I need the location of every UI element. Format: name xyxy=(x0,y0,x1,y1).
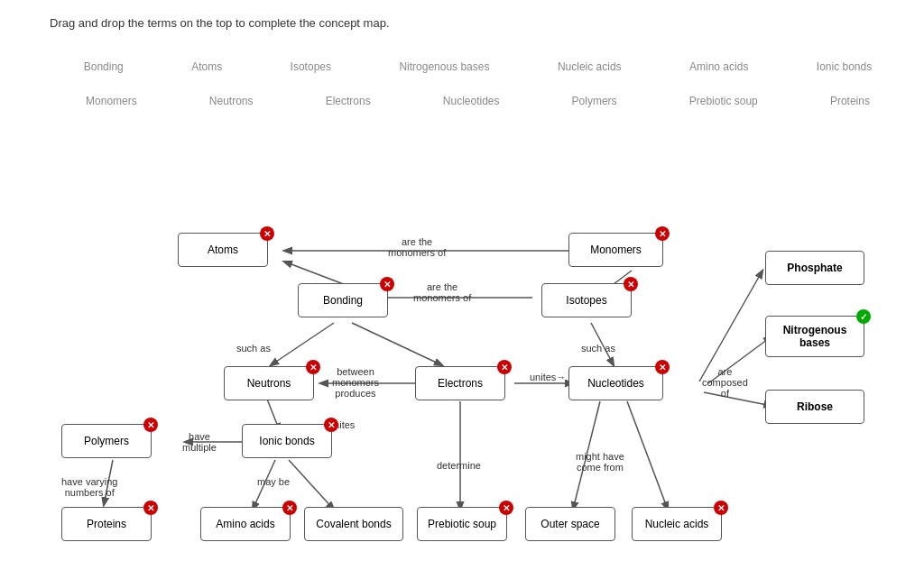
label-such-as-2: such as xyxy=(581,343,615,354)
node-ionic-bonds[interactable]: Ionic bonds ✕ xyxy=(242,424,332,458)
remove-polymers[interactable]: ✕ xyxy=(143,418,158,432)
svg-line-7 xyxy=(699,271,762,382)
term-monomers[interactable]: Monomers xyxy=(80,93,143,109)
node-isotopes[interactable]: Isotopes ✕ xyxy=(541,283,632,317)
remove-atoms[interactable]: ✕ xyxy=(260,226,274,241)
label-have-multiple: havemultiple xyxy=(182,431,217,453)
remove-electrons[interactable]: ✕ xyxy=(497,360,512,374)
remove-bonding[interactable]: ✕ xyxy=(380,277,394,291)
label-are-monomers-of-1: are themonomers of xyxy=(388,236,446,258)
remove-ionic-bonds[interactable]: ✕ xyxy=(324,418,338,432)
remove-neutrons[interactable]: ✕ xyxy=(306,360,320,374)
label-determine: determine xyxy=(437,460,481,471)
node-covalent-bonds[interactable]: Covalent bonds xyxy=(304,507,403,541)
remove-prebiotic-soup[interactable]: ✕ xyxy=(499,501,513,515)
term-isotopes[interactable]: Isotopes xyxy=(285,59,337,75)
term-prebiotic-soup[interactable]: Prebiotic soup xyxy=(684,93,763,109)
term-atoms[interactable]: Atoms xyxy=(186,59,227,75)
node-nitrogenous-bases[interactable]: Nitrogenousbases ✓ xyxy=(765,316,864,357)
node-neutrons[interactable]: Neutrons ✕ xyxy=(224,366,314,400)
label-have-varying: have varyingnumbers of xyxy=(61,476,117,498)
node-ribose[interactable]: Ribose xyxy=(765,390,864,424)
node-polymers[interactable]: Polymers ✕ xyxy=(61,424,152,458)
node-atoms[interactable]: Atoms ✕ xyxy=(178,233,268,267)
term-bonding[interactable]: Bonding xyxy=(79,59,129,75)
label-may-be: may be xyxy=(257,476,290,487)
label-unites-1: unites→ xyxy=(530,372,566,382)
node-outer-space[interactable]: Outer space xyxy=(525,507,615,541)
node-electrons[interactable]: Electrons ✕ xyxy=(415,366,505,400)
term-nucleic-acids[interactable]: Nucleic acids xyxy=(552,59,627,75)
term-proteins[interactable]: Proteins xyxy=(825,93,875,109)
concept-map: are themonomers of are themonomers of su… xyxy=(0,189,924,570)
label-might-have-come-from: might havecome from xyxy=(576,451,624,473)
label-such-as-1: such as xyxy=(236,343,271,354)
term-polymers[interactable]: Polymers xyxy=(567,93,623,109)
term-neutrons[interactable]: Neutrons xyxy=(204,93,259,109)
node-prebiotic-soup[interactable]: Prebiotic soup ✕ xyxy=(417,507,507,541)
node-nucleotides[interactable]: Nucleotides ✕ xyxy=(568,366,663,400)
term-amino-acids[interactable]: Amino acids xyxy=(684,59,753,75)
term-electrons[interactable]: Electrons xyxy=(320,93,376,109)
svg-line-19 xyxy=(627,401,668,510)
node-nucleic-acids[interactable]: Nucleic acids ✕ xyxy=(632,507,722,541)
node-amino-acids[interactable]: Amino acids ✕ xyxy=(200,507,291,541)
remove-proteins[interactable]: ✕ xyxy=(143,501,158,515)
label-between-monomers: betweenmonomersproduces xyxy=(332,366,379,399)
term-nucleotides[interactable]: Nucleotides xyxy=(438,93,505,109)
node-bonding[interactable]: Bonding ✕ xyxy=(298,283,388,317)
node-proteins[interactable]: Proteins ✕ xyxy=(61,507,152,541)
remove-isotopes[interactable]: ✕ xyxy=(624,277,638,291)
node-phosphate[interactable]: Phosphate xyxy=(765,251,864,285)
term-ionic-bonds[interactable]: Ionic bonds xyxy=(811,59,877,75)
svg-line-5 xyxy=(352,323,442,365)
terms-row-2: Monomers Neutrons Electrons Nucleotides … xyxy=(50,88,906,114)
terms-area: Bonding Atoms Isotopes Nitrogenous bases… xyxy=(50,54,906,114)
term-nitrogenous-bases[interactable]: Nitrogenous bases xyxy=(393,59,494,75)
svg-line-4 xyxy=(271,323,334,365)
node-monomers[interactable]: Monomers ✕ xyxy=(568,233,663,267)
label-are-composed-of: arecomposedof xyxy=(702,366,748,399)
remove-monomers[interactable]: ✕ xyxy=(655,226,670,241)
label-are-monomers-of-2: are themonomers of xyxy=(413,281,471,303)
instruction: Drag and drop the terms on the top to co… xyxy=(50,16,390,30)
remove-amino-acids[interactable]: ✕ xyxy=(282,501,297,515)
remove-nucleic-acids[interactable]: ✕ xyxy=(714,501,728,515)
remove-nucleotides[interactable]: ✕ xyxy=(655,360,670,374)
check-nitrogenous-bases: ✓ xyxy=(856,309,871,324)
terms-row-1: Bonding Atoms Isotopes Nitrogenous bases… xyxy=(50,54,906,79)
svg-line-16 xyxy=(289,460,334,510)
